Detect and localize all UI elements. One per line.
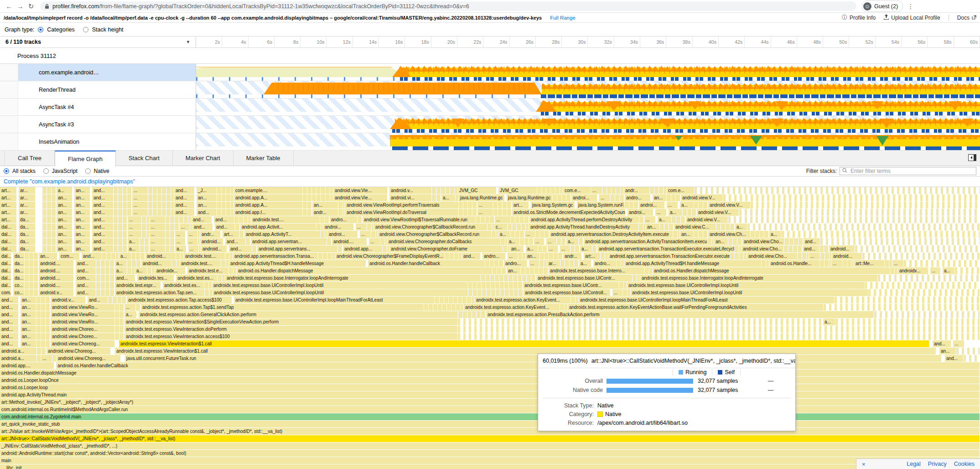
flame-box[interactable]: android.view.Cho... [747,253,797,260]
flame-box[interactable]: an... [74,231,90,238]
flame-box[interactable]: java.lang.System.runF... [577,202,624,208]
flame-box[interactable]: an... [57,238,72,245]
flame-box[interactable]: androidx.test.espresso.ViewInteraction.d… [124,326,457,333]
flame-box[interactable]: c... [494,224,507,230]
flame-box[interactable]: a... [115,267,127,274]
flame-box[interactable]: and... [92,187,113,194]
flame-box[interactable]: ... [150,216,165,223]
flame-box[interactable]: ... [809,253,820,260]
flame-box[interactable]: an... [646,224,659,230]
flame-box[interactable]: android.view.Vie... [333,194,387,201]
flame-box[interactable]: __libc_init [0,464,980,469]
all-stacks-label[interactable]: All stacks [12,168,36,174]
flame-box[interactable]: art... [0,209,16,216]
flame-graph[interactable]: art...ar...a...an...and......and..._J...… [0,187,980,469]
flame-box[interactable]: dal... [0,267,11,274]
flame-box[interactable]: and... [92,245,113,252]
url-bar[interactable]: profiler.firefox.com/from-file/flame-gra… [40,1,856,11]
reload-icon[interactable]: ↻ [26,2,36,10]
flame-box[interactable]: andr... [563,253,581,260]
flame-box[interactable]: dal... [0,231,16,238]
flame-box[interactable]: androidx.test.espresso.action.Tap$1.send… [141,304,424,311]
flame-box[interactable]: ... [644,216,655,223]
flame-box[interactable]: a... [124,311,136,318]
flame-box[interactable]: androidx.test.es... [176,275,217,281]
flame-box[interactable]: andr... [312,209,338,216]
flame-box[interactable]: android.app.I... [234,209,302,216]
flame-box[interactable]: ... [667,202,678,208]
flame-box[interactable]: ar... [19,194,35,201]
flame-box[interactable]: andro... [482,253,505,260]
flame-box[interactable]: an... [21,333,36,340]
flame-box[interactable]: android::AndroidRuntime::start(char cons… [0,450,980,457]
legal-link[interactable]: Legal [907,461,921,467]
flame-box[interactable]: ... [187,238,197,245]
flame-box[interactable]: ... [128,224,141,230]
flame-box[interactable]: android.view.ViewRootImpl$TraversalRunna… [363,216,476,223]
flame-box[interactable]: da... [13,267,24,274]
track-label-renderthread[interactable]: RenderThread [18,81,196,98]
flame-box[interactable]: ... [560,245,570,252]
flame-box[interactable]: da... [19,231,35,238]
flame-box[interactable]: ... [180,224,190,230]
flame-box[interactable]: android... [832,253,862,260]
flame-box[interactable]: andr... [200,231,220,238]
flame-box[interactable]: a... [823,318,835,325]
tab-flame-graph[interactable]: Flame Graph [55,151,116,166]
flame-box[interactable]: an... [57,216,72,223]
flame-box[interactable]: an... [74,216,90,223]
flame-box[interactable]: androidx.test.espresso.action.KeyEvent..… [464,304,560,311]
flame-box[interactable]: android.app.ActivityThread$H.handleMessa… [624,260,761,267]
flame-box[interactable]: androidx.test.espresso.base.UiContr... [536,275,632,281]
flame-box[interactable]: and... [174,187,194,194]
flame-box[interactable]: and... [0,311,18,318]
flame-box[interactable]: java.util.concurrent.FutureTask.run [125,355,941,362]
flame-box[interactable]: and... [92,209,113,216]
flame-box[interactable]: and... [174,209,194,216]
flame-box[interactable]: android.app.servertran... [251,238,327,245]
flame-box[interactable]: ... [655,209,666,216]
flame-box[interactable]: android.app.ActivityThread.main [0,391,980,398]
flame-box[interactable]: androidx.test.espresso.base.UiControll..… [524,289,610,296]
flame-box[interactable]: android.app.servertrans... [257,245,337,252]
docs-button[interactable]: Docs [957,15,976,21]
flame-box[interactable]: ... [369,238,380,245]
flame-box[interactable]: android.app.... [0,362,54,369]
flame-box[interactable]: ... [41,355,52,362]
flame-box[interactable]: com.android.internal.os.RuntimeInit$Meth… [0,406,980,413]
flame-box[interactable]: da... [19,238,35,245]
full-range-link[interactable]: Full Range [550,15,576,21]
flame-box[interactable]: and... [0,297,18,303]
flame-box[interactable]: ... [150,238,165,245]
flame-box[interactable]: da... [19,245,35,252]
flame-box[interactable]: and... [192,216,212,223]
flame-box[interactable]: and... [462,253,480,260]
flame-box[interactable]: ... [188,245,198,252]
flame-box[interactable]: ... [477,202,493,208]
flame-box[interactable]: android.os.Handler.dispatchMessage [237,267,492,274]
process-header[interactable]: Process 31112 [0,48,980,64]
flame-box[interactable]: co... [13,289,24,296]
flame-box[interactable]: android.os.StrictMode.decrementExpectedA… [512,209,625,216]
flame-box[interactable]: an... [21,318,36,325]
flame-box[interactable]: android.view.ViewRootImpl.doTraversal [345,209,458,216]
flame-box[interactable]: a... [769,231,781,238]
flame-box[interactable]: ... [831,260,842,267]
flame-box[interactable]: an... [74,202,90,208]
flame-box[interactable]: da... [19,224,35,230]
flame-box[interactable]: com.android.internal.os.ZygoteInit.main [0,413,980,420]
flame-box[interactable]: art... [223,231,239,238]
flame-box[interactable]: androidx.test.espresso.action.GeneralCli… [139,311,458,318]
flame-box[interactable]: android.app.A... [234,202,302,208]
flame-box[interactable]: android.view.Choreog... [51,340,114,347]
upload-profile-button[interactable]: Upload Local Profile [884,14,940,21]
flame-box[interactable]: ... [150,231,165,238]
track-count-dropdown[interactable]: 6 / 110 tracks ▼ [0,36,196,47]
track-activity-graph[interactable] [196,116,980,133]
flame-box[interactable]: java.lang.Runtime.gc [507,194,552,201]
flame-box[interactable]: dal... [0,282,11,289]
track-activity-graph[interactable] [196,133,980,150]
flame-box[interactable]: ... [150,224,165,230]
flame-box[interactable]: and... [197,209,217,216]
flame-box[interactable]: androidx.test.... [180,260,221,267]
